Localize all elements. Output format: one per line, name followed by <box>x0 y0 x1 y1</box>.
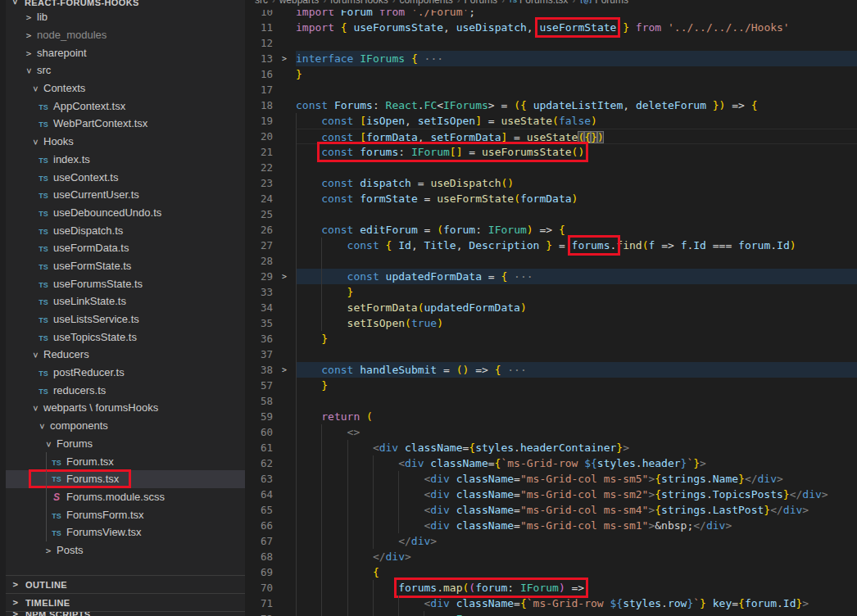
chevron-down-icon[interactable]: > <box>30 137 41 148</box>
code-line-content[interactable]: <div className="ms-Grid-col ms-sm5">{str… <box>296 471 857 487</box>
code-line-content[interactable]: import Forum from './Forum'; <box>296 10 857 20</box>
tree-folder-webparts-forumshooks[interactable]: >webparts \ forumsHooks <box>6 399 245 417</box>
sidebar-section-timeline[interactable]: >TIMELINE <box>6 593 245 611</box>
chevron-down-icon[interactable]: > <box>30 403 41 414</box>
code-line-content[interactable]: const formState = useFormState(formData) <box>296 191 857 206</box>
code-line-content[interactable]: const { Id, Title, Description } = forum… <box>296 238 857 253</box>
code-line-content[interactable]: <Forum <box>296 611 857 616</box>
tree-file-useformdata-ts[interactable]: TSuseFormData.ts <box>6 239 245 257</box>
tree-folder-posts[interactable]: >Posts <box>6 541 245 559</box>
tree-folder-sharepoint[interactable]: >sharepoint <box>6 43 245 61</box>
tree-file-useformstate-ts[interactable]: TSuseFormState.ts <box>6 257 245 275</box>
breadcrumb-item-forums[interactable]: Forums <box>464 0 497 6</box>
code-line-19: 19const [isOpen, setIsOpen] = useState(f… <box>245 113 857 129</box>
tree-file-uselinkstate-ts[interactable]: TSuseLinkState.ts <box>6 292 245 310</box>
code-line-content[interactable]: <div className={styles.headerContainer}> <box>296 440 857 455</box>
code-line-content[interactable]: } <box>296 284 857 300</box>
code-line-content[interactable]: const updatedFormData = { ··· <box>296 269 857 284</box>
chevron-down-icon[interactable]: > <box>37 421 48 433</box>
code-token: ; <box>469 10 475 18</box>
code-line-content[interactable] <box>296 393 857 409</box>
tree-file-forums-module-scss[interactable]: SForums.module.scss <box>6 488 245 506</box>
code-line-content[interactable]: setFormData(updatedFormData) <box>296 300 857 315</box>
code-line-content[interactable]: <div className={`ms-Grid-row ${styles.he… <box>296 455 857 471</box>
code-line-content[interactable]: </div> <box>296 549 857 564</box>
code-line-content[interactable]: import { useForumsState, useDispatch, us… <box>296 20 857 35</box>
code-line-content[interactable]: <div className={`ms-Grid-row ${styles.ro… <box>296 596 857 611</box>
tree-file-forumsview-tsx[interactable]: TSForumsView.tsx <box>6 523 245 541</box>
code-line-content[interactable]: return ( <box>296 409 857 424</box>
tree-file-usetopicsstate-ts[interactable]: TSuseTopicsState.ts <box>6 328 245 346</box>
tree-file-webpartcontext-tsx[interactable]: TSWebPartContext.tsx <box>6 115 245 133</box>
code-line-content[interactable]: } <box>296 378 857 393</box>
tree-folder-contexts[interactable]: >Contexts <box>6 79 245 97</box>
code-line-content[interactable]: const [isOpen, setIsOpen] = useState(fal… <box>296 113 857 129</box>
code-line-content[interactable]: { <box>296 564 857 580</box>
chevron-right-icon[interactable]: > <box>23 48 34 59</box>
code-line-content[interactable]: const Forums: React.FC<IForums> = ({ upd… <box>296 97 857 113</box>
tree-folder-hooks[interactable]: >Hooks <box>6 133 245 151</box>
tree-folder-components[interactable]: >components <box>6 417 245 435</box>
tree-file-forums-tsx[interactable]: TSForums.tsx <box>6 470 245 488</box>
tree-file-postreducer-ts[interactable]: TSpostReducer.ts <box>6 364 245 382</box>
tree-file-usedispatch-ts[interactable]: TSuseDispatch.ts <box>6 221 245 239</box>
fold-chevron-icon[interactable]: > <box>273 362 296 378</box>
chevron-right-icon[interactable]: > <box>23 30 34 41</box>
tree-file-appcontext-tsx[interactable]: TSAppContext.tsx <box>6 97 245 115</box>
code-line-content[interactable]: const dispatch = useDispatch() <box>296 175 857 191</box>
tree-folder-forums[interactable]: >Forums <box>6 435 245 453</box>
chevron-down-icon[interactable]: > <box>30 84 41 95</box>
code-line-content[interactable] <box>296 35 857 51</box>
tree-file-uselistsservice-ts[interactable]: TSuseListsService.ts <box>6 310 245 328</box>
tree-folder-reducers[interactable]: >Reducers <box>6 346 245 364</box>
code-line-content[interactable]: const handleSubmit = () => { ··· <box>296 362 857 378</box>
code-line-content[interactable]: forums.map((forum: IForum) => <box>296 580 857 596</box>
tree-folder-node-modules[interactable]: >node_modules <box>6 26 245 44</box>
tree-file-usecontext-ts[interactable]: TSuseContext.ts <box>6 168 245 186</box>
tree-file-useforumsstate-ts[interactable]: TSuseForumsState.ts <box>6 274 245 292</box>
chevron-right-icon[interactable]: > <box>43 546 54 556</box>
code-line-content[interactable] <box>296 160 857 175</box>
tree-file-index-ts[interactable]: TSindex.ts <box>6 151 245 169</box>
tree-file-forum-tsx[interactable]: TSForum.tsx <box>6 452 245 470</box>
code-line-content[interactable]: const [formData, setFormData] = useState… <box>296 129 857 144</box>
code-line-content[interactable]: </div> <box>296 533 857 549</box>
sidebar-section-outline[interactable]: >OUTLINE <box>6 575 245 593</box>
breadcrumb-item-forums-tsx[interactable]: TSForums.tsx <box>509 0 569 6</box>
tree-file-reducers-ts[interactable]: TSreducers.ts <box>6 381 245 399</box>
tree-file-forumsform-tsx[interactable]: TSForumsForm.tsx <box>6 505 245 523</box>
chevron-down-icon[interactable]: > <box>43 438 54 450</box>
breadcrumb-item-forums[interactable]: [@]Forums <box>579 0 628 6</box>
explorer-section-header[interactable]: > REACT-FORUMS-HOOKS <box>6 0 245 8</box>
chevron-down-icon[interactable]: > <box>30 350 41 361</box>
code-line-content[interactable]: } <box>296 331 857 346</box>
sidebar-section-npm-scripts[interactable]: >NPM SCRIPTS <box>6 611 245 616</box>
chevron-down-icon[interactable]: > <box>24 66 34 77</box>
tree-file-usedebouncedundo-ts[interactable]: TSuseDebouncedUndo.ts <box>6 204 245 222</box>
breadcrumb-item-webparts[interactable]: webparts <box>279 0 320 6</box>
code-line-content[interactable]: <div className="ms-Grid-col ms-sm1">&nbs… <box>296 518 857 533</box>
code-line-content[interactable]: <div className="ms-Grid-col ms-sm4">{str… <box>296 502 857 518</box>
tree-folder-lib[interactable]: >lib <box>6 8 245 26</box>
chevron-right-icon[interactable]: > <box>23 12 34 23</box>
breadcrumb-item-components[interactable]: components <box>399 0 452 6</box>
code-line-content[interactable]: <div className="ms-Grid-col ms-sm2">{str… <box>296 487 857 502</box>
code-line-content[interactable]: const editForum = (forum: IForum) => { <box>296 222 857 238</box>
tree-folder-src[interactable]: >src <box>6 61 245 79</box>
code-line-content[interactable]: setIsOpen(true) <box>296 315 857 331</box>
breadcrumb-item-forumshooks[interactable]: forumsHooks <box>330 0 388 6</box>
breadcrumb-item-src[interactable]: src <box>255 0 268 6</box>
tree-file-usecurrentuser-ts[interactable]: TSuseCurrentUser.ts <box>6 186 245 204</box>
code-line-content[interactable]: } <box>296 66 857 82</box>
code-token: div <box>758 473 777 485</box>
code-line-content[interactable] <box>296 82 857 97</box>
fold-chevron-icon[interactable]: > <box>273 51 296 66</box>
code-line-content[interactable] <box>296 206 857 222</box>
fold-chevron-icon[interactable]: > <box>273 269 296 284</box>
code-line-content[interactable]: <> <box>296 424 857 440</box>
code-line-content[interactable] <box>296 253 857 269</box>
code-token: ] <box>475 115 482 127</box>
code-line-content[interactable] <box>296 346 857 362</box>
code-line-content[interactable]: interface IForums { ··· <box>296 51 857 66</box>
code-line-content[interactable]: const forums: IForum[] = useForumsState(… <box>296 144 857 160</box>
